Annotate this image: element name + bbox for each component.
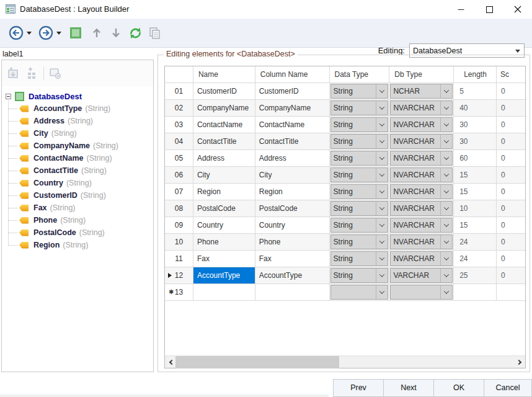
cell-length[interactable]: 60 [454, 150, 497, 167]
cell-db-type[interactable]: NVARCHAR [389, 184, 454, 200]
cell-db-type[interactable]: NVARCHAR [389, 117, 454, 133]
maximize-button[interactable] [475, 0, 503, 19]
cell-db-type-dropdown[interactable]: NVARCHAR [390, 117, 453, 132]
header-data-type[interactable]: Data Type [330, 66, 390, 83]
row-header-10[interactable]: 10 [165, 234, 193, 251]
cell-db-type[interactable]: NVARCHAR [389, 100, 454, 117]
cell-db-type-dropdown[interactable]: NVARCHAR [390, 201, 453, 216]
forward-icon[interactable] [38, 25, 53, 40]
dropdown-chevron-icon[interactable] [440, 235, 452, 249]
cell-data-type-dropdown[interactable]: String [330, 234, 389, 249]
header-db-type[interactable]: Db Type [389, 66, 454, 83]
dropdown-chevron-icon[interactable] [376, 185, 388, 198]
tree-root-node[interactable]: DatabaseDest [2, 90, 153, 102]
cell-length[interactable]: 40 [454, 100, 497, 117]
header-scale[interactable]: Sc [497, 66, 525, 83]
cell-name[interactable]: Address [193, 150, 255, 167]
cell-name[interactable]: Region [193, 184, 255, 200]
dropdown-chevron-icon[interactable] [376, 101, 388, 115]
cell-db-type-dropdown[interactable]: NVARCHAR [390, 184, 453, 199]
cell-data-type-dropdown[interactable]: String [330, 84, 389, 99]
tree-collapse-icon[interactable] [6, 94, 11, 99]
dropdown-chevron-icon[interactable] [376, 285, 388, 299]
cell-name[interactable]: Country [193, 217, 255, 234]
cell-length[interactable]: 10 [454, 200, 497, 217]
cell-name[interactable]: Fax [193, 251, 255, 267]
dropdown-chevron-icon[interactable] [376, 202, 388, 215]
dropdown-chevron-icon[interactable] [440, 202, 452, 215]
cell-db-type[interactable] [389, 284, 454, 301]
cell-data-type[interactable]: String [330, 184, 390, 200]
cell-data-type[interactable]: String [330, 100, 390, 117]
cell-scale[interactable]: 0 [497, 184, 525, 200]
dropdown-chevron-icon[interactable] [376, 135, 388, 148]
move-up-icon[interactable] [91, 27, 103, 39]
cell-data-type-dropdown[interactable]: String [330, 100, 389, 115]
row-header-03[interactable]: 03 [165, 117, 193, 133]
cell-name[interactable]: ContactTitle [193, 133, 255, 150]
tree-item-contactname[interactable]: ContactName(String) [2, 152, 153, 164]
cell-db-type-dropdown[interactable]: NVARCHAR [390, 251, 453, 266]
cell-data-type-dropdown[interactable]: String [330, 117, 389, 132]
cell-name[interactable]: PostalCode [193, 200, 255, 217]
header-length[interactable]: Length [454, 66, 497, 83]
tree-item-postalcode[interactable]: PostalCode(String) [2, 226, 153, 239]
cell-length[interactable]: 24 [454, 234, 497, 251]
cell-db-type-dropdown[interactable]: NVARCHAR [390, 218, 453, 233]
stop-square-icon[interactable] [70, 27, 81, 38]
move-down-icon[interactable] [110, 27, 122, 39]
cell-name[interactable]: AccountType [193, 267, 255, 284]
cell-db-type[interactable]: NVARCHAR [389, 217, 454, 234]
tree-item-city[interactable]: City(String) [2, 127, 153, 140]
cell-length[interactable]: 5 [454, 83, 497, 100]
row-header-07[interactable]: 07 [165, 184, 193, 200]
cell-data-type-dropdown[interactable]: String [330, 201, 389, 216]
ok-button[interactable]: OK [433, 379, 484, 397]
cell-db-type-dropdown[interactable]: NVARCHAR [390, 100, 453, 115]
dropdown-chevron-icon[interactable] [440, 252, 452, 265]
dropdown-chevron-icon[interactable] [376, 235, 388, 249]
cell-data-type[interactable]: String [330, 251, 390, 267]
cell-length[interactable]: 15 [454, 184, 497, 200]
cell-data-type-dropdown[interactable]: String [330, 251, 389, 266]
cell-scale[interactable]: 0 [497, 200, 525, 217]
cell-scale[interactable] [497, 284, 525, 301]
refresh-icon[interactable] [128, 26, 143, 40]
header-name[interactable]: Name [193, 66, 255, 83]
cell-column-name[interactable]: Phone [255, 234, 330, 251]
cell-scale[interactable]: 0 [497, 167, 525, 184]
cell-name[interactable]: CustomerID [193, 83, 255, 100]
cell-db-type-dropdown[interactable]: NCHAR [390, 84, 453, 99]
scroll-right-icon[interactable] [514, 356, 525, 368]
cell-scale[interactable]: 0 [497, 251, 525, 267]
cell-length[interactable]: 30 [454, 117, 497, 133]
dropdown-chevron-icon[interactable] [376, 168, 388, 182]
horizontal-scrollbar[interactable] [165, 355, 525, 368]
dropdown-chevron-icon[interactable] [440, 285, 452, 299]
dropdown-chevron-icon[interactable] [440, 151, 452, 165]
prev-button[interactable]: Prev [333, 379, 384, 397]
cell-data-type-dropdown[interactable] [330, 285, 389, 300]
dropdown-chevron-icon[interactable] [376, 269, 388, 282]
dropdown-chevron-icon[interactable] [440, 135, 452, 148]
cell-column-name[interactable]: Country [255, 217, 330, 234]
forward-dropdown-caret-icon[interactable] [56, 32, 61, 35]
header-row-selector[interactable] [165, 66, 193, 83]
cell-data-type-dropdown[interactable]: String [330, 184, 389, 199]
back-icon[interactable] [9, 25, 24, 40]
tree-item-country[interactable]: Country(String) [2, 177, 153, 189]
dropdown-chevron-icon[interactable] [376, 118, 388, 132]
row-header-11[interactable]: 11 [165, 251, 193, 267]
cell-data-type[interactable]: String [330, 267, 390, 284]
cell-db-type-dropdown[interactable]: NVARCHAR [390, 134, 453, 149]
dropdown-chevron-icon[interactable] [440, 84, 452, 98]
cell-length[interactable]: 15 [454, 217, 497, 234]
next-button[interactable]: Next [383, 379, 434, 397]
cell-column-name[interactable]: Region [255, 184, 330, 200]
cell-data-type-dropdown[interactable]: String [330, 167, 389, 182]
cell-data-type[interactable] [330, 284, 390, 301]
cell-column-name[interactable]: Fax [255, 251, 330, 267]
cell-data-type[interactable]: String [330, 167, 390, 184]
dropdown-chevron-icon[interactable] [440, 269, 452, 282]
tree-item-customerid[interactable]: CustomerID(String) [2, 189, 153, 202]
